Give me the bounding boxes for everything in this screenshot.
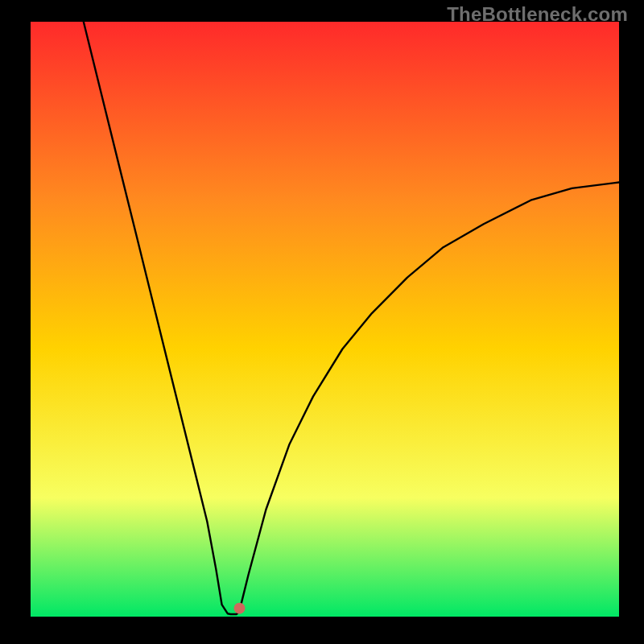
optimum-marker xyxy=(234,603,246,614)
plot-background xyxy=(31,22,619,617)
bottleneck-chart xyxy=(0,0,644,644)
chart-frame: TheBottleneck.com xyxy=(0,0,644,644)
watermark-text: TheBottleneck.com xyxy=(447,3,628,26)
